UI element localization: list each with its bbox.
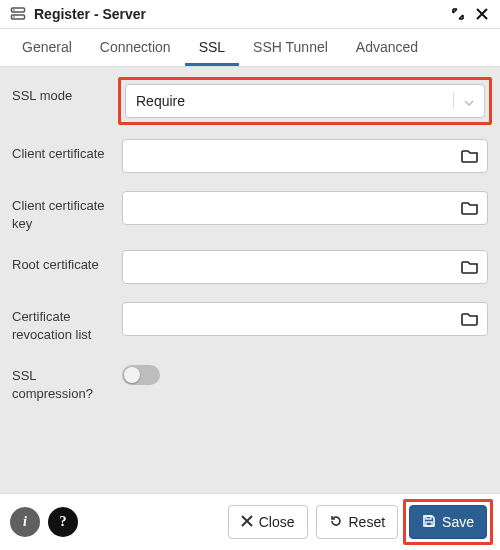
tab-advanced[interactable]: Advanced <box>342 29 432 66</box>
root-cert-label: Root certificate <box>12 250 112 274</box>
tab-ssh-tunnel[interactable]: SSH Tunnel <box>239 29 342 66</box>
dialog-body: SSL mode Require Client certificate <box>0 67 500 493</box>
server-icon <box>10 6 26 22</box>
reset-button-label: Reset <box>349 514 386 530</box>
client-cert-input-group <box>122 139 488 173</box>
reset-icon <box>329 514 343 531</box>
toggle-knob <box>124 367 140 383</box>
info-button[interactable]: i <box>10 507 40 537</box>
folder-icon[interactable] <box>461 200 479 216</box>
ssl-mode-label: SSL mode <box>12 81 112 105</box>
save-icon <box>422 514 436 531</box>
ssl-compression-toggle[interactable] <box>122 365 160 385</box>
crl-input[interactable] <box>133 311 461 327</box>
client-cert-key-label: Client certificate key <box>12 191 112 232</box>
close-button[interactable]: Close <box>228 505 308 539</box>
svg-point-2 <box>13 9 15 11</box>
ssl-compression-label: SSL compression? <box>12 361 112 402</box>
crl-label: Certificate revocation list <box>12 302 112 343</box>
tab-ssl[interactable]: SSL <box>185 29 239 66</box>
svg-rect-4 <box>426 516 431 519</box>
svg-point-3 <box>13 16 15 18</box>
tabs: General Connection SSL SSH Tunnel Advanc… <box>0 29 500 67</box>
save-highlight: Save <box>403 499 493 545</box>
info-icon: i <box>23 514 27 530</box>
close-button-label: Close <box>259 514 295 530</box>
help-button[interactable]: ? <box>48 507 78 537</box>
ssl-mode-value: Require <box>136 93 185 109</box>
root-cert-input-group <box>122 250 488 284</box>
crl-input-group <box>122 302 488 336</box>
expand-icon[interactable] <box>450 6 466 22</box>
root-cert-input[interactable] <box>133 259 461 275</box>
reset-button[interactable]: Reset <box>316 505 399 539</box>
folder-icon[interactable] <box>461 148 479 164</box>
chevron-down-icon <box>453 93 474 109</box>
dialog-header: Register - Server <box>0 0 500 29</box>
tab-general[interactable]: General <box>8 29 86 66</box>
svg-rect-5 <box>426 522 432 526</box>
close-icon[interactable] <box>474 6 490 22</box>
ssl-mode-highlight: Require <box>118 77 492 125</box>
help-icon: ? <box>60 514 67 530</box>
save-button[interactable]: Save <box>409 505 487 539</box>
folder-icon[interactable] <box>461 311 479 327</box>
client-cert-input[interactable] <box>133 148 461 164</box>
dialog-footer: i ? Close Reset Save <box>0 493 500 550</box>
tab-connection[interactable]: Connection <box>86 29 185 66</box>
ssl-mode-select[interactable]: Require <box>125 84 485 118</box>
client-cert-label: Client certificate <box>12 139 112 163</box>
x-icon <box>241 514 253 530</box>
client-cert-key-input[interactable] <box>133 200 461 216</box>
folder-icon[interactable] <box>461 259 479 275</box>
dialog-title: Register - Server <box>34 6 450 22</box>
save-button-label: Save <box>442 514 474 530</box>
client-cert-key-input-group <box>122 191 488 225</box>
